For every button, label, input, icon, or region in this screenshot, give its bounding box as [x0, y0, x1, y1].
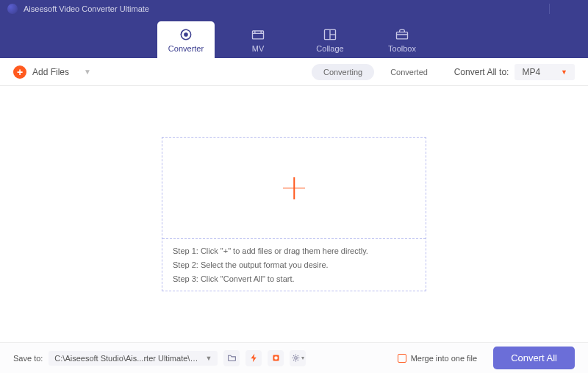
toolbox-icon	[395, 27, 409, 42]
dropzone[interactable]: Step 1: Click "+" to add files or drag t…	[162, 137, 426, 291]
dropzone-steps: Step 1: Click "+" to add files or drag t…	[162, 238, 426, 291]
svg-rect-17	[397, 32, 408, 38]
app-logo-icon	[7, 4, 18, 14]
merge-checkbox[interactable]: Merge into one file	[398, 354, 478, 363]
chevron-down-icon: ▾	[301, 355, 304, 361]
save-to-label: Save to:	[13, 354, 43, 363]
caret-down-icon: ▼	[561, 68, 567, 76]
status-segment: Converting Converted	[312, 64, 440, 80]
window-controls	[528, 4, 581, 14]
lightning-icon	[249, 353, 259, 363]
caret-down-icon: ▼	[205, 355, 212, 362]
tab-converter[interactable]: Converter	[157, 21, 215, 58]
step-2: Step 2: Select the output format you des…	[173, 260, 415, 269]
add-plus-icon	[283, 177, 305, 199]
tab-collage[interactable]: Collage	[301, 21, 359, 58]
merge-label: Merge into one file	[411, 354, 478, 363]
plus-icon: +	[13, 65, 26, 79]
tab-label: MV	[252, 44, 265, 53]
gpu-accel-button[interactable]	[268, 350, 284, 366]
titlebar: Aiseesoft Video Converter Ultimate	[0, 0, 588, 18]
convert-all-button[interactable]: Convert All	[493, 347, 575, 369]
chevron-down-icon: ▼	[84, 68, 91, 76]
gear-icon	[291, 353, 301, 363]
dropzone-plus-area[interactable]	[162, 138, 426, 238]
svg-rect-13	[253, 31, 264, 39]
format-value: MP4	[522, 67, 540, 77]
chip-icon	[271, 353, 281, 363]
seg-converting[interactable]: Converting	[312, 64, 374, 80]
convert-all-to-label: Convert All to:	[454, 67, 509, 77]
tab-label: Converter	[168, 44, 204, 53]
footer: Save to: C:\Aiseesoft Studio\Ais...rter …	[0, 342, 588, 373]
step-3: Step 3: Click "Convert All" to start.	[173, 274, 415, 283]
high-speed-button[interactable]	[245, 350, 262, 366]
converter-icon	[179, 27, 193, 42]
folder-icon	[227, 353, 237, 363]
save-to-path: C:\Aiseesoft Studio\Ais...rter Ultimate\…	[54, 354, 201, 363]
seg-converted[interactable]: Converted	[379, 64, 440, 80]
add-files-button[interactable]: + Add Files ▼	[13, 65, 91, 79]
collage-icon	[323, 27, 337, 42]
divider-icon	[549, 4, 550, 14]
tab-mv[interactable]: MV	[229, 21, 287, 58]
main-area: Step 1: Click "+" to add files or drag t…	[0, 86, 588, 342]
open-folder-button[interactable]	[223, 350, 240, 366]
convert-all-to: Convert All to: MP4 ▼	[454, 64, 575, 80]
tab-toolbox[interactable]: Toolbox	[373, 21, 431, 58]
toolbar: + Add Files ▼ Converting Converted Conve…	[0, 58, 588, 86]
tab-label: Toolbox	[388, 44, 416, 53]
svg-point-12	[184, 32, 187, 35]
save-to-select[interactable]: C:\Aiseesoft Studio\Ais...rter Ultimate\…	[49, 351, 218, 366]
main-tabs: Converter MV Collage Toolbox	[150, 21, 438, 58]
app-title: Aiseesoft Video Converter Ultimate	[24, 4, 528, 13]
add-files-label: Add Files	[32, 67, 69, 77]
settings-button[interactable]: ▾	[290, 350, 306, 366]
format-select[interactable]: MP4 ▼	[514, 64, 575, 80]
svg-rect-19	[274, 356, 277, 359]
navbar: Converter MV Collage Toolbox	[0, 18, 588, 58]
svg-point-20	[295, 357, 298, 360]
mv-icon	[251, 27, 265, 42]
tab-label: Collage	[316, 44, 343, 53]
checkbox-icon	[398, 354, 406, 363]
step-1: Step 1: Click "+" to add files or drag t…	[173, 246, 415, 255]
